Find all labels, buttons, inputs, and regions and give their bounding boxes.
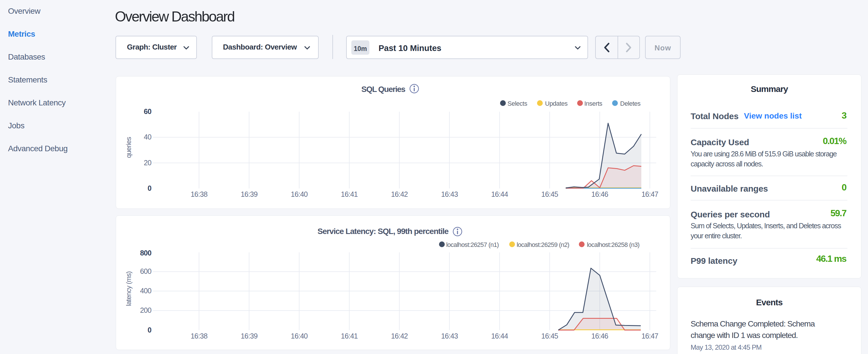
svg-text:16:39: 16:39 bbox=[241, 190, 258, 198]
svg-text:20: 20 bbox=[144, 159, 151, 167]
svg-text:16:43: 16:43 bbox=[441, 332, 458, 340]
svg-text:16:41: 16:41 bbox=[341, 190, 358, 198]
svg-text:16:39: 16:39 bbox=[241, 332, 258, 340]
svg-text:16:47: 16:47 bbox=[641, 332, 658, 340]
svg-text:16:41: 16:41 bbox=[341, 332, 358, 340]
svg-text:16:45: 16:45 bbox=[541, 190, 558, 198]
svg-text:16:44: 16:44 bbox=[491, 190, 508, 198]
svg-text:0: 0 bbox=[148, 326, 151, 334]
svg-text:16:38: 16:38 bbox=[191, 332, 208, 340]
svg-text:400: 400 bbox=[140, 287, 151, 295]
svg-text:16:47: 16:47 bbox=[641, 190, 658, 198]
svg-text:queries: queries bbox=[125, 137, 132, 158]
svg-text:latency (ms): latency (ms) bbox=[125, 271, 132, 306]
svg-text:16:46: 16:46 bbox=[591, 190, 608, 198]
svg-text:200: 200 bbox=[140, 306, 151, 314]
svg-text:16:42: 16:42 bbox=[391, 190, 408, 198]
svg-text:16:42: 16:42 bbox=[391, 332, 408, 340]
svg-text:0: 0 bbox=[148, 184, 151, 192]
svg-text:40: 40 bbox=[144, 133, 151, 141]
svg-text:16:40: 16:40 bbox=[291, 190, 308, 198]
svg-text:16:46: 16:46 bbox=[591, 332, 608, 340]
svg-text:16:45: 16:45 bbox=[541, 332, 558, 340]
svg-text:16:38: 16:38 bbox=[191, 190, 208, 198]
svg-text:16:44: 16:44 bbox=[491, 332, 508, 340]
svg-text:60: 60 bbox=[144, 107, 151, 116]
svg-text:16:40: 16:40 bbox=[291, 332, 308, 340]
svg-text:600: 600 bbox=[140, 267, 151, 275]
svg-text:16:43: 16:43 bbox=[441, 190, 458, 198]
svg-text:800: 800 bbox=[140, 249, 151, 257]
